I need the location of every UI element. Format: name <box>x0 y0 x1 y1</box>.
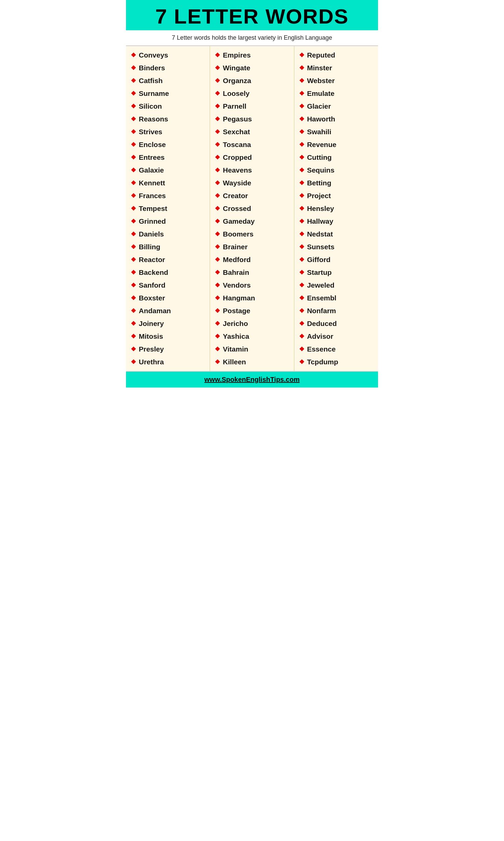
word-label: Brainer <box>223 243 248 251</box>
word-label: Revenue <box>307 141 337 149</box>
diamond-icon: ❖ <box>131 281 136 289</box>
diamond-icon: ❖ <box>299 230 304 238</box>
diamond-icon: ❖ <box>215 307 220 314</box>
word-label: Wayside <box>223 179 251 187</box>
diamond-icon: ❖ <box>131 358 136 366</box>
diamond-icon: ❖ <box>215 51 220 59</box>
diamond-icon: ❖ <box>299 192 304 200</box>
list-item: ❖Haworth <box>294 113 378 125</box>
header: 7 LETTER WORDS <box>126 0 378 30</box>
list-item: ❖Andaman <box>126 305 210 317</box>
diamond-icon: ❖ <box>215 115 220 123</box>
list-item: ❖Minster <box>294 62 378 74</box>
list-item: ❖Sanford <box>126 279 210 292</box>
word-label: Haworth <box>307 115 335 123</box>
list-item: ❖Empires <box>210 49 294 62</box>
list-item: ❖Swahili <box>294 125 378 138</box>
diamond-icon: ❖ <box>131 230 136 238</box>
words-container: ❖Conveys❖Binders❖Catfish❖Surname❖Silicon… <box>126 46 378 372</box>
list-item: ❖Reasons <box>126 113 210 125</box>
word-label: Presley <box>139 345 164 353</box>
word-label: Daniels <box>139 230 164 238</box>
diamond-icon: ❖ <box>215 269 220 276</box>
diamond-icon: ❖ <box>299 141 304 148</box>
word-label: Medford <box>223 256 251 264</box>
word-label: Swahili <box>307 128 331 136</box>
list-item: ❖Conveys <box>126 49 210 62</box>
diamond-icon: ❖ <box>299 51 304 59</box>
word-label: Gifford <box>307 256 331 264</box>
word-label: Grinned <box>139 217 166 225</box>
list-item: ❖Backend <box>126 266 210 279</box>
list-item: ❖Wingate <box>210 62 294 74</box>
word-label: Hallway <box>307 217 333 225</box>
diamond-icon: ❖ <box>215 64 220 72</box>
diamond-icon: ❖ <box>131 77 136 84</box>
column-1: ❖Conveys❖Binders❖Catfish❖Surname❖Silicon… <box>126 46 210 371</box>
diamond-icon: ❖ <box>299 320 304 327</box>
word-label: Glacier <box>307 102 331 110</box>
list-item: ❖Sexchat <box>210 125 294 138</box>
list-item: ❖Grinned <box>126 215 210 228</box>
diamond-icon: ❖ <box>215 218 220 225</box>
list-item: ❖Webster <box>294 74 378 87</box>
list-item: ❖Parnell <box>210 100 294 113</box>
diamond-icon: ❖ <box>299 77 304 84</box>
word-label: Kennett <box>139 179 165 187</box>
diamond-icon: ❖ <box>131 218 136 225</box>
diamond-icon: ❖ <box>215 230 220 238</box>
list-item: ❖Enclose <box>126 138 210 151</box>
list-item: ❖Essence <box>294 343 378 356</box>
list-item: ❖Billing <box>126 241 210 253</box>
diamond-icon: ❖ <box>299 243 304 251</box>
list-item: ❖Cropped <box>210 151 294 164</box>
diamond-icon: ❖ <box>299 128 304 136</box>
list-item: ❖Hallway <box>294 215 378 228</box>
diamond-icon: ❖ <box>131 269 136 276</box>
diamond-icon: ❖ <box>215 154 220 161</box>
list-item: ❖Crossed <box>210 202 294 215</box>
diamond-icon: ❖ <box>299 256 304 263</box>
word-label: Heavens <box>223 166 252 174</box>
word-label: Startup <box>307 269 332 276</box>
word-label: Surname <box>139 89 169 98</box>
diamond-icon: ❖ <box>131 103 136 110</box>
list-item: ❖Frances <box>126 189 210 202</box>
diamond-icon: ❖ <box>131 256 136 263</box>
list-item: ❖Kennett <box>126 177 210 189</box>
word-label: Yashica <box>223 332 249 340</box>
list-item: ❖Boomers <box>210 228 294 241</box>
diamond-icon: ❖ <box>215 77 220 84</box>
diamond-icon: ❖ <box>131 128 136 136</box>
diamond-icon: ❖ <box>215 192 220 200</box>
list-item: ❖Tempest <box>126 202 210 215</box>
list-item: ❖Creator <box>210 189 294 202</box>
word-label: Emulate <box>307 89 335 98</box>
list-item: ❖Emulate <box>294 87 378 100</box>
word-label: Bahrain <box>223 269 249 276</box>
word-label: Galaxie <box>139 166 164 174</box>
list-item: ❖Glacier <box>294 100 378 113</box>
footer-link[interactable]: www.SpokenEnglishTips.com <box>204 376 299 383</box>
word-label: Tempest <box>139 205 167 212</box>
list-item: ❖Nonfarm <box>294 305 378 317</box>
diamond-icon: ❖ <box>299 179 304 187</box>
diamond-icon: ❖ <box>131 205 136 212</box>
word-label: Mitosis <box>139 332 163 340</box>
list-item: ❖Toscana <box>210 138 294 151</box>
list-item: ❖Pegasus <box>210 113 294 125</box>
diamond-icon: ❖ <box>299 90 304 97</box>
word-label: Silicon <box>139 102 162 110</box>
list-item: ❖Strives <box>126 125 210 138</box>
word-label: Sanford <box>139 281 165 289</box>
diamond-icon: ❖ <box>215 243 220 251</box>
diamond-icon: ❖ <box>215 333 220 340</box>
diamond-icon: ❖ <box>215 320 220 327</box>
list-item: ❖Wayside <box>210 177 294 189</box>
word-label: Deduced <box>307 320 337 328</box>
word-label: Empires <box>223 51 251 59</box>
diamond-icon: ❖ <box>299 294 304 302</box>
diamond-icon: ❖ <box>131 320 136 327</box>
list-item: ❖Mitosis <box>126 330 210 343</box>
diamond-icon: ❖ <box>299 205 304 212</box>
